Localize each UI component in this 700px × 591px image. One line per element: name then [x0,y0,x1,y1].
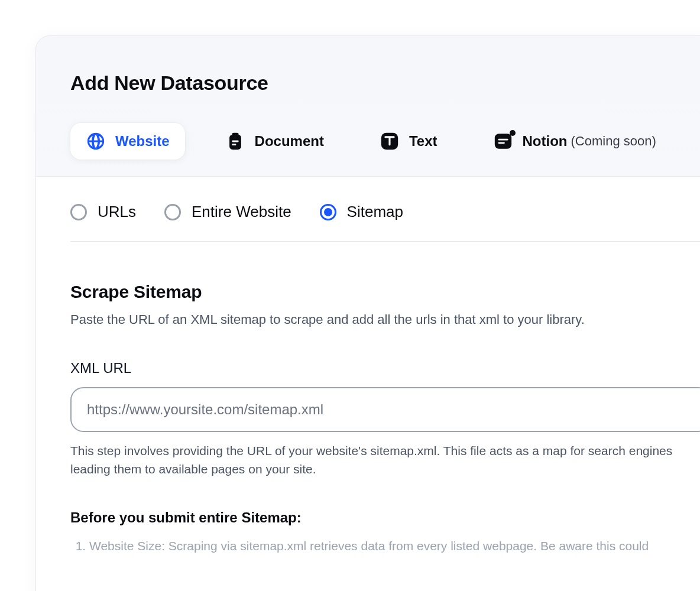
radio-circle-icon [70,204,87,220]
page-title: Add New Datasource [70,72,700,95]
tab-text[interactable]: Text [364,123,453,160]
xml-url-help: This step involves providing the URL of … [70,441,700,479]
radio-sitemap[interactable]: Sitemap [320,203,403,221]
warning-item: Website Size: Scraping via sitemap.xml r… [89,537,700,556]
radio-label: URLs [98,203,136,221]
tab-website[interactable]: Website [70,123,185,160]
warning-title: Before you submit entire Sitemap: [70,509,700,526]
radio-entire-website[interactable]: Entire Website [164,203,291,221]
radio-circle-icon [320,204,336,220]
svg-rect-7 [498,142,504,144]
divider [70,241,700,242]
tab-label: Website [115,133,170,150]
svg-rect-2 [232,141,238,142]
tab-label: Text [409,133,438,150]
tab-label: Notion [523,133,568,150]
notion-icon [493,131,513,151]
tab-label: Document [255,133,324,150]
clipboard-icon [225,131,245,151]
warning-list: Website Size: Scraping via sitemap.xml r… [70,537,700,556]
svg-rect-5 [494,134,511,149]
radio-label: Sitemap [347,203,403,221]
radio-circle-icon [164,204,181,220]
globe-icon [86,131,106,151]
tab-notion[interactable]: Notion (Coming soon) [478,123,672,160]
content-area: URLs Entire Website Sitemap Scrape Sitem… [36,177,700,591]
xml-url-input[interactable] [70,387,700,432]
radio-label: Entire Website [192,203,291,221]
radio-urls[interactable]: URLs [70,203,136,221]
datasource-tabs: Website Document [70,123,700,176]
website-mode-radios: URLs Entire Website Sitemap [70,203,700,241]
svg-rect-3 [232,144,236,145]
text-icon [380,131,400,151]
section-title: Scrape Sitemap [70,282,700,302]
section-description: Paste the URL of an XML sitemap to scrap… [70,310,700,329]
tab-document[interactable]: Document [210,123,339,160]
svg-rect-1 [232,133,238,137]
card-container: Add New Datasource Website [35,35,700,591]
card-inner: Add New Datasource Website [36,36,700,591]
tab-suffix: (Coming soon) [571,134,656,149]
xml-url-label: XML URL [70,360,700,376]
svg-rect-6 [498,139,508,141]
